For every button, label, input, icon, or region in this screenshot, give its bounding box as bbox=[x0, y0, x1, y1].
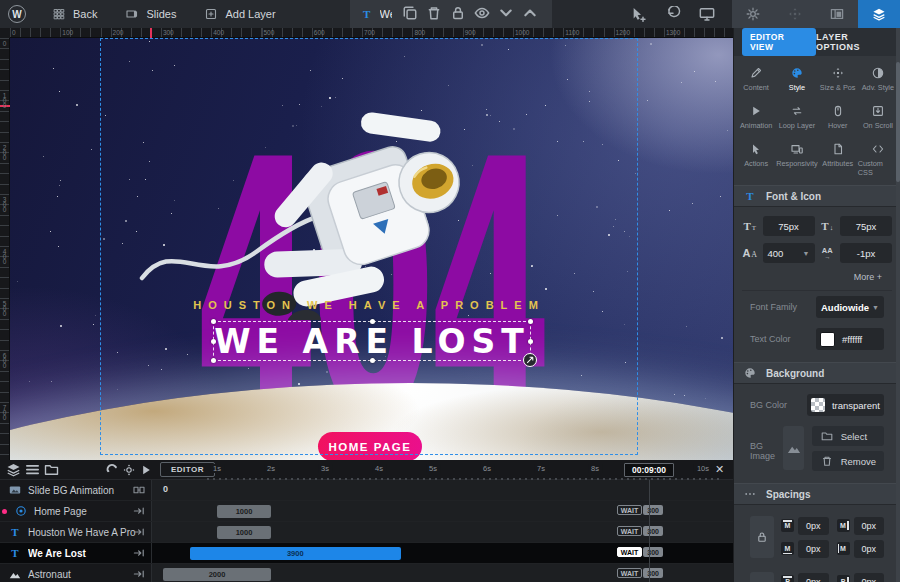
timeline-layer-name[interactable]: THouston We Have A Pro bbox=[0, 522, 152, 542]
font-weight-dropdown[interactable]: 400▼ bbox=[763, 243, 815, 263]
text-color-field[interactable]: #ffffff bbox=[816, 328, 884, 350]
padding-right-field[interactable]: 0px bbox=[854, 573, 885, 582]
tab-on-scroll[interactable]: On Scroll bbox=[858, 104, 898, 130]
cursor-plus-icon[interactable] bbox=[631, 6, 647, 22]
resize-handle[interactable] bbox=[211, 319, 216, 324]
arrow-end-icon[interactable] bbox=[132, 546, 146, 560]
animation-duration-bar[interactable]: 3900 bbox=[190, 547, 401, 560]
resize-handle[interactable] bbox=[370, 358, 375, 363]
resize-handle[interactable] bbox=[211, 339, 216, 344]
delete-icon[interactable] bbox=[426, 5, 442, 21]
arrow-end-icon[interactable] bbox=[132, 525, 146, 539]
timeline-track[interactable]: 2000WAIT300 bbox=[152, 564, 733, 582]
timeline-track[interactable]: 1000WAIT300 bbox=[152, 522, 733, 542]
line-height-field[interactable]: 75px bbox=[840, 216, 892, 236]
bg-image-thumbnail[interactable] bbox=[783, 426, 803, 470]
close-icon[interactable]: ✕ bbox=[715, 463, 724, 476]
resize-handle[interactable] bbox=[370, 319, 375, 324]
timeline-layer-name[interactable]: Home Page bbox=[0, 501, 152, 521]
wait-badge[interactable]: WAIT300 bbox=[617, 526, 663, 536]
wait-badge[interactable]: WAIT300 bbox=[617, 505, 663, 515]
margin-right-field[interactable]: 0px bbox=[854, 517, 885, 535]
play-icon[interactable] bbox=[140, 462, 152, 477]
folder-icon[interactable] bbox=[44, 462, 59, 477]
color-swatch[interactable] bbox=[820, 332, 835, 347]
back-button[interactable]: Back bbox=[38, 0, 111, 28]
layers-icon[interactable] bbox=[6, 462, 21, 477]
slide-stage[interactable]: 404 bbox=[10, 38, 733, 460]
arrow-end-icon[interactable] bbox=[132, 504, 146, 518]
bg-image-remove-button[interactable]: Remove bbox=[812, 451, 884, 471]
slide-end-marker[interactable] bbox=[649, 480, 650, 582]
selected-layer-name[interactable]: We are lost bbox=[380, 8, 392, 20]
timeline-layer-name[interactable]: Slide BG Animation bbox=[0, 480, 152, 500]
editor-view-button[interactable]: EDITOR VIEW bbox=[742, 28, 816, 56]
undo-icon[interactable] bbox=[665, 6, 681, 22]
timeline-row-we-are-lost[interactable]: TWe Are Lost3900WAIT300 bbox=[0, 543, 733, 564]
layers-button[interactable] bbox=[858, 0, 900, 28]
wordpress-logo-icon[interactable]: W bbox=[8, 5, 26, 23]
bg-color-field[interactable]: transparent bbox=[807, 394, 884, 416]
wait-badge[interactable]: WAIT300 bbox=[617, 568, 663, 578]
timeline-row-slide-bg-animation[interactable]: Slide BG Animation0 bbox=[0, 480, 733, 501]
animation-duration-bar[interactable]: 1000 bbox=[217, 505, 271, 518]
tab-actions[interactable]: Actions bbox=[736, 142, 776, 177]
duplicate-icon[interactable] bbox=[402, 5, 418, 21]
scrollbar-thumb[interactable] bbox=[896, 62, 900, 182]
more-link[interactable]: More + bbox=[742, 270, 892, 291]
font-size-field[interactable]: 75px bbox=[763, 216, 815, 236]
resize-handle[interactable] bbox=[528, 339, 533, 344]
resize-handle[interactable] bbox=[528, 319, 533, 324]
move-button[interactable] bbox=[774, 0, 816, 28]
slide-duration-field[interactable]: 00:09:00 bbox=[624, 463, 674, 477]
snap-icon[interactable] bbox=[123, 462, 135, 477]
panels-button[interactable] bbox=[816, 0, 858, 28]
transparent-swatch[interactable] bbox=[811, 398, 825, 412]
we-are-lost-text[interactable]: WE ARE LOST bbox=[214, 322, 530, 361]
tab-loop-layer[interactable]: Loop Layer bbox=[776, 104, 817, 130]
wait-badge[interactable]: WAIT300 bbox=[617, 547, 663, 557]
gear-button[interactable] bbox=[732, 0, 774, 28]
timeline-track[interactable]: 0 bbox=[152, 480, 733, 500]
tab-attributes[interactable]: Attributes bbox=[818, 142, 858, 177]
margin-bottom-field[interactable]: 0px bbox=[798, 540, 829, 558]
menu-icon[interactable] bbox=[25, 462, 40, 477]
bg-image-select-button[interactable]: Select bbox=[812, 426, 884, 446]
timeline-track[interactable]: 1000WAIT300 bbox=[152, 501, 733, 521]
add-layer-button[interactable]: Add Layer bbox=[190, 0, 289, 28]
timeline-row-astronaut[interactable]: Astronaut2000WAIT300 bbox=[0, 564, 733, 582]
tab-responsivity[interactable]: Responsivity bbox=[776, 142, 817, 177]
animation-duration-bar[interactable]: 2000 bbox=[163, 568, 271, 581]
margin-left-field[interactable]: 0px bbox=[854, 540, 885, 558]
timeline-layer-name[interactable]: Astronaut bbox=[0, 564, 152, 582]
letter-spacing-field[interactable]: -1px bbox=[840, 243, 892, 263]
animation-duration-bar[interactable]: 1000 bbox=[217, 526, 271, 539]
padding-top-field[interactable]: 0px bbox=[798, 573, 829, 582]
chevron-down-icon[interactable] bbox=[498, 5, 514, 21]
tab-custom-css[interactable]: Custom CSS bbox=[858, 142, 898, 177]
tab-animation[interactable]: Animation bbox=[736, 104, 776, 130]
tab-size-pos[interactable]: Size & Pos bbox=[818, 66, 858, 92]
panel-scrollbar[interactable] bbox=[896, 28, 900, 582]
chevron-up-icon[interactable] bbox=[522, 5, 538, 21]
rotate-handle-icon[interactable] bbox=[523, 353, 537, 367]
timeline-row-home-page[interactable]: Home Page1000WAIT300 bbox=[0, 501, 733, 522]
background-section-header[interactable]: Background bbox=[734, 362, 900, 384]
margin-top-field[interactable]: 0px bbox=[798, 517, 829, 535]
timeline-track[interactable]: 3900WAIT300 bbox=[152, 543, 733, 563]
spacings-section-header[interactable]: Spacings bbox=[734, 483, 900, 505]
slides-button[interactable]: Slides bbox=[111, 0, 190, 28]
layer-selection-box[interactable]: WE ARE LOST bbox=[213, 321, 531, 361]
timeline-layer-name[interactable]: TWe Are Lost bbox=[0, 543, 152, 563]
font-family-dropdown[interactable]: Audiowide▼ bbox=[816, 296, 884, 318]
arrow-end-icon[interactable] bbox=[132, 567, 146, 581]
margin-lock-button[interactable] bbox=[750, 516, 774, 558]
tab-content[interactable]: Content bbox=[736, 66, 776, 92]
transition-icon[interactable] bbox=[132, 483, 146, 497]
padding-lock-button[interactable] bbox=[750, 572, 774, 582]
eye-icon[interactable] bbox=[474, 5, 490, 21]
resize-handle[interactable] bbox=[211, 358, 216, 363]
magnet-icon[interactable] bbox=[106, 462, 118, 477]
monitor-icon[interactable] bbox=[699, 6, 715, 22]
tab-style[interactable]: Style bbox=[776, 66, 817, 92]
